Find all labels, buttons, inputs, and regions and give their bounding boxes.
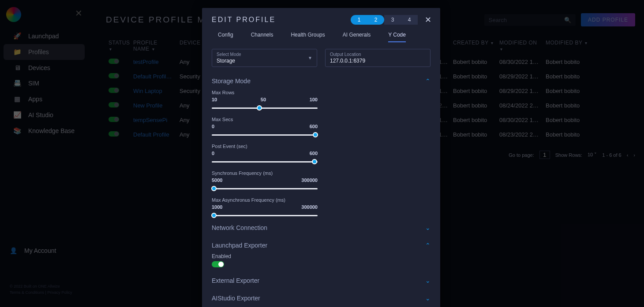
step-3[interactable]: 3 (384, 15, 401, 25)
chevron-down-icon: ⌄ (425, 295, 431, 302)
slider-max: 300000 (301, 178, 318, 183)
slider-knob[interactable] (211, 213, 217, 218)
slider-knob[interactable] (313, 132, 318, 137)
step-indicator: 1 2 3 4 (351, 15, 418, 25)
section-title: Storage Mode (212, 78, 251, 85)
chevron-up-icon: ⌃ (425, 78, 431, 85)
chevron-down-icon: ⌄ (425, 277, 431, 284)
chevron-down-icon: ▼ (308, 55, 312, 60)
slider-mid: 50 (261, 97, 266, 102)
chevron-down-icon: ⌄ (425, 224, 431, 231)
slider[interactable]: Max Rows1050100 (212, 90, 318, 109)
slider-max: 600 (310, 124, 318, 129)
enabled-toggle[interactable] (212, 261, 224, 267)
slider-min: 0 (212, 151, 214, 156)
slider-min: 10 (212, 97, 217, 102)
step-2[interactable]: 2 (367, 15, 384, 25)
slider-label: Synchronus Frequency (ms) (212, 170, 318, 176)
edit-profile-modal: EDIT PROFILE 1 2 3 4 ✕ Config Channels H… (202, 8, 440, 307)
slider-track[interactable] (212, 161, 318, 163)
slider[interactable]: Max Secs0600 (212, 117, 318, 136)
slider-track[interactable] (212, 107, 318, 109)
slider[interactable]: Max Asynchronus Frequency (ms)1000300000 (212, 197, 318, 216)
slider-min: 0 (212, 124, 214, 129)
slider-knob[interactable] (312, 159, 317, 164)
slider-max: 100 (310, 97, 318, 102)
modal-title: EDIT PROFILE (212, 16, 276, 24)
section-title: AIStudio Exporter (212, 295, 260, 302)
slider-label: Max Secs (212, 117, 318, 122)
field-label: Select Mode (217, 52, 312, 57)
section-title: Network Connection (212, 224, 267, 231)
step-4[interactable]: 4 (401, 15, 418, 25)
slider-track[interactable] (212, 188, 318, 189)
slider-track[interactable] (212, 134, 318, 136)
slider-label: Max Asynchronus Frequency (ms) (212, 197, 318, 203)
close-icon[interactable]: ✕ (425, 15, 431, 25)
slider[interactable]: Post Event (sec)0600 (212, 144, 318, 163)
slider[interactable]: Synchronus Frequency (ms)5000300000 (212, 170, 318, 189)
enabled-label: Enabled (212, 253, 431, 259)
field-value: 127.0.0.1:6379 (330, 58, 426, 64)
slider-track[interactable] (212, 215, 318, 216)
section-network[interactable]: Network Connection ⌄ (212, 222, 431, 234)
tab-config[interactable]: Config (218, 32, 233, 42)
section-storage-mode[interactable]: Storage Mode ⌃ (212, 75, 431, 87)
section-title: External Exporter (212, 277, 259, 284)
section-external-exporter[interactable]: External Exporter ⌄ (212, 274, 431, 287)
tab-channels[interactable]: Channels (251, 32, 273, 42)
tab-health[interactable]: Health Groups (291, 32, 325, 42)
slider-max: 600 (310, 151, 318, 156)
slider-knob[interactable] (257, 105, 262, 111)
select-mode-field[interactable]: Select Mode Storage ▼ (212, 49, 317, 67)
slider-max: 300000 (301, 204, 318, 210)
section-launchpad-exporter[interactable]: Launchpad Exporter ⌃ (212, 239, 431, 252)
tab-ycode[interactable]: Y Code (388, 32, 406, 42)
slider-label: Max Rows (212, 90, 318, 95)
modal-tabs: Config Channels Health Groups AI General… (202, 29, 440, 43)
field-label: Output Location (330, 52, 426, 57)
chevron-up-icon: ⌃ (425, 242, 431, 249)
slider-knob[interactable] (211, 186, 217, 191)
slider-min: 1000 (212, 204, 222, 210)
field-value: Storage (217, 58, 312, 64)
section-title: Launchpad Exporter (212, 242, 267, 249)
output-location-field[interactable]: Output Location 127.0.0.1:6379 (325, 49, 431, 67)
tab-ai[interactable]: AI Generals (343, 32, 371, 42)
slider-min: 5000 (212, 178, 222, 183)
step-1[interactable]: 1 (351, 15, 367, 25)
slider-label: Post Event (sec) (212, 144, 318, 149)
section-aistudio-exporter[interactable]: AIStudio Exporter ⌄ (212, 292, 431, 304)
